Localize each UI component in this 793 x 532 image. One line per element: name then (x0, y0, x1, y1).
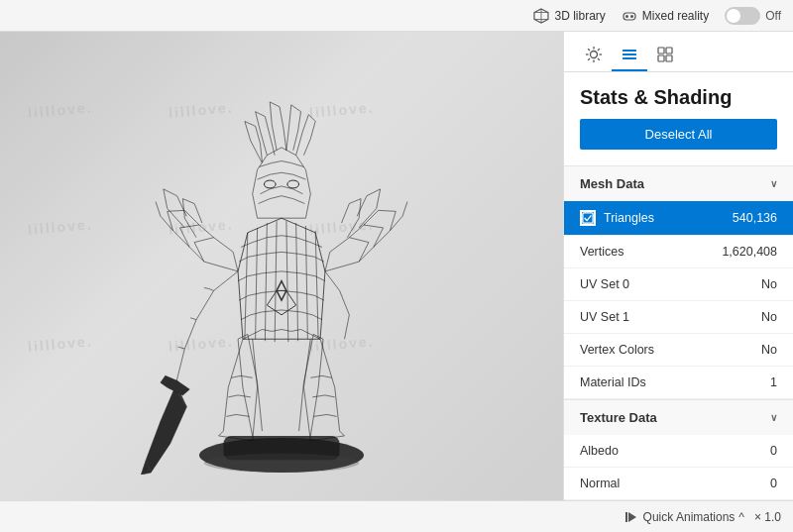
vertices-row: Vertices 1,620,408 (564, 236, 793, 268)
top-bar: 3D library Mixed reality Off (0, 0, 793, 32)
quick-animations-icon (625, 510, 639, 524)
texture-data-header[interactable]: Texture Data ∨ (564, 399, 793, 435)
mixed-reality-button[interactable]: Mixed reality (622, 8, 709, 24)
svg-rect-26 (625, 512, 627, 522)
3d-viewport[interactable]: lilllove. lilllove. lilllove. lilllove. … (0, 32, 563, 500)
checkmark-icon (582, 211, 594, 225)
svg-rect-17 (623, 50, 636, 52)
uv-set-1-value: No (761, 310, 777, 324)
normal-value: 0 (770, 477, 777, 490)
panel-title: Stats & Shading (564, 72, 793, 119)
3d-library-button[interactable]: 3D library (533, 8, 605, 24)
svg-point-7 (204, 453, 359, 473)
material-ids-label: Material IDs (580, 375, 646, 389)
bottom-bar: Quick Animations ^ × 1.0 (0, 500, 793, 532)
svg-rect-21 (666, 48, 672, 53)
uv-set-0-value: No (761, 277, 777, 291)
svg-rect-0 (623, 13, 635, 20)
chevron-down-icon: ∨ (770, 178, 777, 189)
tab-grid[interactable] (647, 40, 683, 71)
mesh-data-label: Mesh Data (580, 176, 644, 191)
svg-rect-24 (583, 213, 593, 223)
material-ids-value: 1 (770, 375, 777, 389)
deselect-all-button[interactable]: Deselect All (580, 119, 777, 150)
svg-point-5 (264, 180, 276, 188)
checkbox-icon (580, 210, 596, 226)
normal-row: Normal 0 (564, 468, 793, 500)
quick-animations-label: Quick Animations (643, 510, 736, 524)
triangles-label: Triangles (604, 211, 654, 225)
svg-rect-19 (623, 57, 636, 59)
stats-icon (621, 46, 638, 63)
svg-point-1 (625, 15, 628, 18)
watermark: lilllove. (28, 334, 94, 356)
tab-icons-bar (564, 32, 793, 72)
uv-set-1-row: UV Set 1 No (564, 301, 793, 334)
mixed-reality-label: Mixed reality (642, 9, 709, 23)
albedo-label: Albedo (580, 444, 619, 458)
vertices-label: Vertices (580, 245, 623, 259)
svg-rect-18 (623, 53, 636, 55)
uv-set-0-label: UV Set 0 (580, 277, 629, 291)
vertex-colors-value: No (761, 343, 777, 357)
svg-line-16 (588, 58, 590, 60)
vertex-colors-label: Vertex Colors (580, 343, 654, 357)
svg-line-13 (588, 49, 590, 51)
texture-data-label: Texture Data (580, 410, 657, 425)
zoom-control[interactable]: × 1.0 (754, 510, 781, 524)
mesh-data-header[interactable]: Mesh Data ∨ (564, 165, 793, 201)
uv-set-1-label: UV Set 1 (580, 310, 629, 324)
triangles-value: 540,136 (733, 211, 777, 225)
albedo-value: 0 (770, 444, 777, 458)
normal-label: Normal (580, 477, 620, 490)
svg-line-15 (598, 49, 600, 51)
watermark: lilllove. (28, 99, 94, 121)
cube-icon (533, 8, 549, 24)
sun-icon (585, 46, 603, 63)
quick-animations-button[interactable]: Quick Animations ^ (625, 510, 744, 524)
svg-marker-25 (628, 512, 636, 522)
zoom-level: × 1.0 (754, 510, 781, 524)
svg-rect-20 (658, 48, 664, 53)
grid-icon (656, 46, 674, 63)
svg-point-8 (591, 52, 598, 58)
material-ids-row: Material IDs 1 (564, 367, 793, 399)
model-display (123, 58, 440, 475)
toggle-off-label: Off (765, 9, 781, 23)
svg-point-2 (630, 15, 633, 18)
library-label: 3D library (554, 9, 605, 23)
tab-stats[interactable] (612, 40, 647, 71)
vertices-value: 1,620,408 (722, 245, 777, 259)
mixed-reality-icon (622, 8, 637, 24)
triangles-row[interactable]: Triangles 540,136 (564, 201, 793, 236)
watermark: lilllove. (28, 216, 94, 238)
uv-set-0-row: UV Set 0 No (564, 268, 793, 301)
toggle-switch[interactable] (725, 7, 760, 25)
chevron-up-icon: ^ (738, 510, 744, 524)
toggle-container[interactable]: Off (725, 7, 781, 25)
svg-rect-23 (666, 55, 672, 61)
albedo-row: Albedo 0 (564, 435, 793, 468)
svg-point-6 (287, 180, 299, 188)
panel-content: Stats & Shading Deselect All Mesh Data ∨… (564, 72, 793, 500)
chevron-down-icon-2: ∨ (770, 412, 777, 423)
vertex-colors-row: Vertex Colors No (564, 334, 793, 367)
svg-line-14 (598, 58, 600, 60)
svg-rect-22 (658, 55, 664, 61)
right-panel: Stats & Shading Deselect All Mesh Data ∨… (563, 32, 793, 500)
tab-sun[interactable] (576, 40, 612, 71)
